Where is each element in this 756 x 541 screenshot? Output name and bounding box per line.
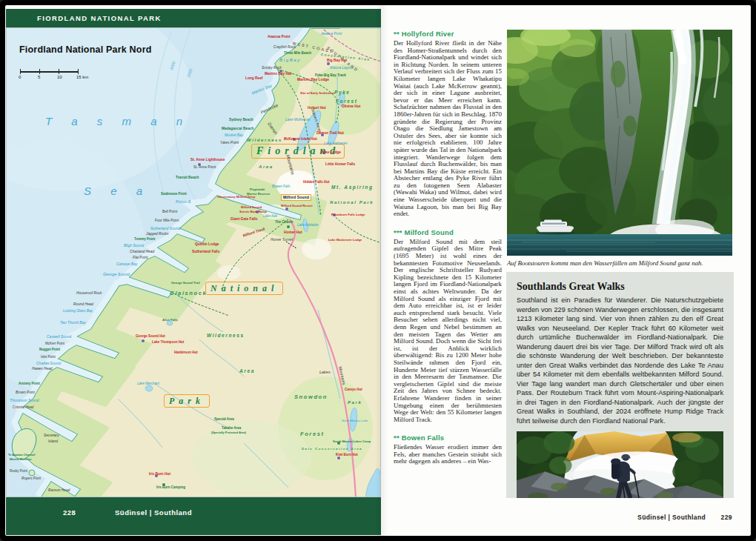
map-label: Dale Conservation Area (302, 448, 362, 451)
map-label: Looking Glass Bay (63, 310, 93, 313)
photo-hiker-routeburn (517, 431, 723, 498)
map-label: Hankinson Hut (174, 351, 198, 355)
map-label: Marine Reserve (10, 458, 32, 461)
map-label: Area (259, 165, 273, 169)
map-label: Smoky Rock (262, 67, 282, 70)
map-label: Giant Gate Falls (231, 218, 258, 222)
map-label: The Chasm (275, 221, 293, 225)
map-label: Martins Bay Hut (265, 73, 292, 76)
photo-caption: Auf Bootstouren kommt man den Wasserfäll… (507, 259, 732, 267)
hiker-illustration (517, 431, 723, 498)
map-label: Yates Point (220, 141, 239, 145)
map-label: South Mavora Lakes Camp (333, 440, 371, 443)
article-heading-hollyford-river: ** Hollyford River (394, 30, 502, 38)
page-gutter (375, 5, 388, 536)
map-label: Charles Sound (36, 362, 61, 365)
map-labels-layer: T a s m a nS e a30002000WEST COASTSOUTHL… (7, 28, 381, 497)
map-label: Bowen Falls (272, 185, 291, 189)
map-label: Brown Point (16, 391, 35, 395)
scalebar-tick (59, 69, 59, 74)
map-label: Hidden Falls Hut (303, 181, 330, 185)
article-body-milford-sound: Der Milford Sound mit dem steil aufragen… (394, 239, 502, 423)
map-label: Mountains (338, 366, 346, 385)
map-label: Snowdon (294, 394, 328, 400)
map-label: Martins Bay (251, 84, 273, 96)
scalebar-label: 5 (38, 75, 40, 79)
map-label: McKerr Point (45, 342, 64, 346)
map-label: Caswell Sound (47, 335, 71, 339)
map-label: Lake Marchant (137, 382, 159, 386)
map-label: Rocky Point (10, 470, 27, 474)
map-label: Pembroke (260, 104, 279, 115)
map-label: Milford Sound Resort (281, 205, 313, 208)
page-header-title: FIORDLAND NATIONAL PARK (6, 9, 162, 27)
map-label: Nugget Point (39, 348, 60, 352)
map-label: Olivine Hut (342, 105, 360, 109)
section-label-right: Südinsel | Southland (637, 514, 706, 521)
map-label: Tommy Point (134, 238, 155, 242)
map-label: Demon Trail Hut (316, 132, 344, 136)
page-footer-band-left: 228 Südinsel | Southland (6, 497, 381, 535)
article-body-hollyford-river: Der Hollyford River fließt in der Nähe d… (394, 40, 502, 218)
map-label: Kiwi Burn Hut (336, 454, 358, 457)
map-label: Lake McKerrow (285, 119, 310, 122)
map-label: Flat Point (133, 256, 147, 260)
map-label: Observatory Milford Deep (217, 196, 255, 199)
scalebar-tick (20, 69, 21, 74)
map-label: Pyke Lodge (321, 151, 341, 155)
map-label: Forest (336, 99, 357, 104)
map-label: Piopiotahi (250, 188, 265, 191)
map-label: Big Bay Hut (327, 59, 347, 63)
map-label: Routeburn Falls Lodge (331, 213, 365, 216)
map-label: George Sound (103, 273, 130, 277)
infobox-title: Southlands Great Walks (517, 281, 723, 293)
scalebar-label: 10 (57, 75, 62, 79)
map-label: Secretary (44, 434, 59, 438)
map-label: Musket Bay (225, 134, 243, 138)
map-label: Lake Alabaster (324, 142, 348, 146)
map-label: George Sound Trail (171, 282, 200, 285)
map-label: Wilderness (207, 333, 245, 339)
map-label: Takahe Area (222, 427, 241, 431)
map-label: Pyke-Big Bay Track (315, 74, 346, 78)
map-label: Darran (267, 122, 278, 135)
map-label: 2000 (187, 68, 193, 78)
map-label: Wilderness (247, 138, 282, 142)
infobox-great-walks: Southlands Great Walks Southland ist ein… (506, 272, 734, 498)
map-label: Special Area (214, 418, 234, 422)
map-label: Colonial Head (13, 406, 33, 410)
map-label: (Specially Protected Area) (211, 432, 246, 435)
map-label: S e a (84, 185, 150, 196)
scalebar-tick (39, 69, 40, 74)
scalebar-label: 15 km (76, 75, 88, 79)
map-label: Milford Track (242, 227, 265, 237)
map-label: Sutherland Falls (192, 250, 219, 254)
map-label: Milford Sound (241, 206, 262, 209)
photo-milford-sound-waterfall (507, 30, 732, 256)
map-label: Sydney Beach (229, 119, 253, 122)
map-label: Anxiety Point (19, 382, 40, 386)
map-label: McKerrow Island Hut (284, 138, 317, 142)
map-label: Four Mile Point (155, 219, 179, 223)
map-fiordland[interactable]: T a s m a nS e a30002000WEST COASTSOUTHL… (6, 27, 381, 497)
map-label: Islet Point (41, 356, 56, 359)
map-label: Site of Early Settlement (300, 92, 335, 95)
map-label: North Mavora Lake (342, 419, 368, 422)
article-column: ** Hollyford River Der Hollyford River f… (394, 30, 502, 476)
map-scalebar: 051015 km (20, 68, 87, 80)
page-header-band: FIORDLAND NATIONAL PARK (6, 9, 381, 27)
scalebar-label: 0 (19, 75, 21, 79)
map-label: Skippers Range (310, 108, 321, 133)
map-label: Transit Beach (176, 176, 199, 180)
map-label: Quintin Lodge (195, 243, 219, 247)
article-body-bowen-falls: Fließendes Wasser erodiert immer den Fel… (394, 444, 502, 465)
map-label: St. Anne Lighthouse (190, 159, 225, 162)
map-label: St. Anne Point (193, 166, 216, 170)
map-label: Iris Burn Camping (156, 486, 185, 490)
map-label: Lake Thompson Hut (152, 341, 184, 345)
map-label: 3000 (170, 61, 176, 70)
map-label: Glaisnock (170, 291, 207, 296)
map-label: Houseroof Rock (76, 292, 102, 296)
map-label: Bell Point (162, 210, 177, 214)
map-label: Island (48, 440, 58, 444)
